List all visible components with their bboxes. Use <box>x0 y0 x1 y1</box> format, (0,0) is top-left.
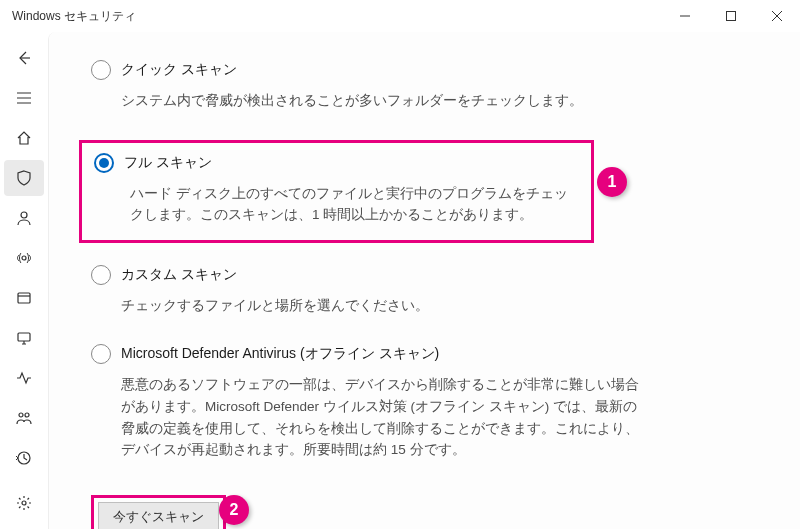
settings-icon[interactable] <box>4 485 44 521</box>
svg-point-2 <box>22 256 26 260</box>
option-quick-scan[interactable]: クイック スキャン システム内で脅威が検出されることが多いフォルダーをチェックし… <box>91 60 758 112</box>
highlight-full-scan: フル スキャン ハード ディスク上のすべてのファイルと実行中のプログラムをチェッ… <box>79 140 594 243</box>
firewall-icon[interactable] <box>4 240 44 276</box>
quick-scan-desc: システム内で脅威が検出されることが多いフォルダーをチェックします。 <box>121 90 641 112</box>
radio-custom[interactable] <box>91 265 111 285</box>
window-controls <box>662 0 800 32</box>
custom-scan-desc: チェックするファイルと場所を選んでください。 <box>121 295 641 317</box>
titlebar: Windows セキュリティ <box>0 0 800 32</box>
svg-rect-0 <box>727 12 736 21</box>
close-button[interactable] <box>754 0 800 32</box>
callout-2: 2 <box>219 495 249 525</box>
minimize-button[interactable] <box>662 0 708 32</box>
offline-scan-desc: 悪意のあるソフトウェアの一部は、デバイスから削除することが非常に難しい場合があり… <box>121 374 641 460</box>
main-content: クイック スキャン システム内で脅威が検出されることが多いフォルダーをチェックし… <box>48 32 800 529</box>
family-icon[interactable] <box>4 400 44 436</box>
device-performance-icon[interactable] <box>4 360 44 396</box>
full-scan-label: フル スキャン <box>124 154 212 172</box>
radio-offline[interactable] <box>91 344 111 364</box>
svg-point-1 <box>21 212 27 218</box>
menu-button[interactable] <box>4 80 44 116</box>
app-browser-icon[interactable] <box>4 280 44 316</box>
radio-full[interactable] <box>94 153 114 173</box>
shield-icon[interactable] <box>4 160 44 196</box>
radio-quick[interactable] <box>91 60 111 80</box>
svg-rect-3 <box>18 293 30 303</box>
custom-scan-label: カスタム スキャン <box>121 266 237 284</box>
maximize-button[interactable] <box>708 0 754 32</box>
svg-rect-4 <box>18 333 30 341</box>
history-icon[interactable] <box>4 440 44 476</box>
highlight-scan-button: 今すぐスキャン <box>91 495 226 529</box>
scan-now-button[interactable]: 今すぐスキャン <box>98 502 219 529</box>
option-custom-scan[interactable]: カスタム スキャン チェックするファイルと場所を選んでください。 <box>91 265 758 317</box>
option-full-scan[interactable]: フル スキャン ハード ディスク上のすべてのファイルと実行中のプログラムをチェッ… <box>90 153 579 226</box>
svg-point-8 <box>22 501 26 505</box>
window-title: Windows セキュリティ <box>12 8 136 25</box>
svg-point-5 <box>19 413 23 417</box>
account-icon[interactable] <box>4 200 44 236</box>
offline-scan-label: Microsoft Defender Antivirus (オフライン スキャン… <box>121 345 439 363</box>
option-offline-scan[interactable]: Microsoft Defender Antivirus (オフライン スキャン… <box>91 344 758 460</box>
back-button[interactable] <box>4 40 44 76</box>
callout-1: 1 <box>597 167 627 197</box>
svg-point-6 <box>25 413 29 417</box>
home-icon[interactable] <box>4 120 44 156</box>
full-scan-desc: ハード ディスク上のすべてのファイルと実行中のプログラムをチェックします。このス… <box>130 183 579 226</box>
device-security-icon[interactable] <box>4 320 44 356</box>
sidebar <box>0 32 48 529</box>
quick-scan-label: クイック スキャン <box>121 61 237 79</box>
